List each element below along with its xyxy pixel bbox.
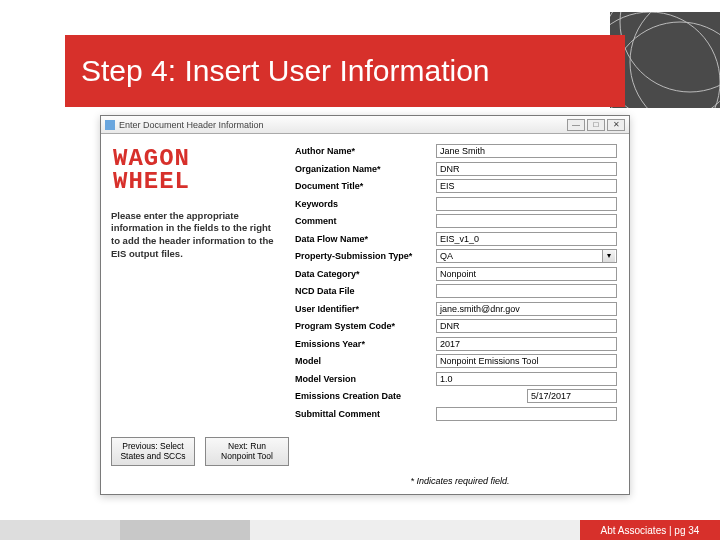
text-input[interactable]: 5/17/2017 <box>527 389 617 403</box>
field-label: User Identifier* <box>295 304 430 314</box>
close-button[interactable]: ✕ <box>607 119 625 131</box>
text-input[interactable]: Nonpoint Emissions Tool <box>436 354 617 368</box>
field-label: Organization Name* <box>295 164 430 174</box>
text-input[interactable]: 2017 <box>436 337 617 351</box>
field-label: Program System Code* <box>295 321 430 331</box>
left-panel: WAGONWHEEL Please enter the appropriate … <box>101 134 291 494</box>
slide-title: Step 4: Insert User Information <box>81 54 490 88</box>
field-label: Model Version <box>295 374 430 384</box>
window-titlebar: Enter Document Header Information — □ ✕ <box>101 116 629 134</box>
dialog-window: Enter Document Header Information — □ ✕ … <box>100 115 630 495</box>
svg-point-4 <box>610 22 720 108</box>
field-label: Submittal Comment <box>295 409 430 419</box>
text-input[interactable] <box>436 214 617 228</box>
window-title: Enter Document Header Information <box>119 120 264 130</box>
instructions-text: Please enter the appropriate information… <box>111 210 281 261</box>
form-panel: Author Name*Jane SmithOrganization Name*… <box>291 134 629 494</box>
text-input[interactable]: jane.smith@dnr.gov <box>436 302 617 316</box>
text-input[interactable] <box>436 284 617 298</box>
field-label: Document Title* <box>295 181 430 191</box>
text-input[interactable]: 1.0 <box>436 372 617 386</box>
maximize-button[interactable]: □ <box>587 119 605 131</box>
field-label: Emissions Creation Date <box>295 391 430 401</box>
field-label: Model <box>295 356 430 366</box>
field-label: Keywords <box>295 199 430 209</box>
field-label: Data Flow Name* <box>295 234 430 244</box>
text-input[interactable]: Nonpoint <box>436 267 617 281</box>
required-note: * Indicates required field. <box>410 476 509 486</box>
wagon-wheel-logo: WAGONWHEEL <box>113 148 281 194</box>
text-input[interactable]: EIS <box>436 179 617 193</box>
field-label: Comment <box>295 216 430 226</box>
text-input[interactable]: EIS_v1_0 <box>436 232 617 246</box>
text-input[interactable]: DNR <box>436 319 617 333</box>
field-label: Data Category* <box>295 269 430 279</box>
svg-point-3 <box>630 12 720 108</box>
title-bar: Step 4: Insert User Information <box>65 35 625 107</box>
footer-text: Abt Associates | pg 34 <box>580 520 720 540</box>
slide-footer: Abt Associates | pg 34 <box>0 520 720 540</box>
field-label: Emissions Year* <box>295 339 430 349</box>
field-label: Author Name* <box>295 146 430 156</box>
next-button[interactable]: Next: Run Nonpoint Tool <box>205 437 289 466</box>
text-input[interactable] <box>436 197 617 211</box>
text-input[interactable]: Jane Smith <box>436 144 617 158</box>
text-input[interactable] <box>436 407 617 421</box>
minimize-button[interactable]: — <box>567 119 585 131</box>
app-icon <box>105 120 115 130</box>
slide-header: Step 4: Insert User Information <box>0 0 720 90</box>
select-input[interactable]: QA <box>436 249 617 263</box>
decorative-corner <box>610 12 720 108</box>
previous-button[interactable]: Previous: Select States and SCCs <box>111 437 195 466</box>
field-label: NCD Data File <box>295 286 430 296</box>
field-label: Property-Submission Type* <box>295 251 430 261</box>
text-input[interactable]: DNR <box>436 162 617 176</box>
svg-point-0 <box>620 12 720 92</box>
arc-pattern-icon <box>610 12 720 108</box>
